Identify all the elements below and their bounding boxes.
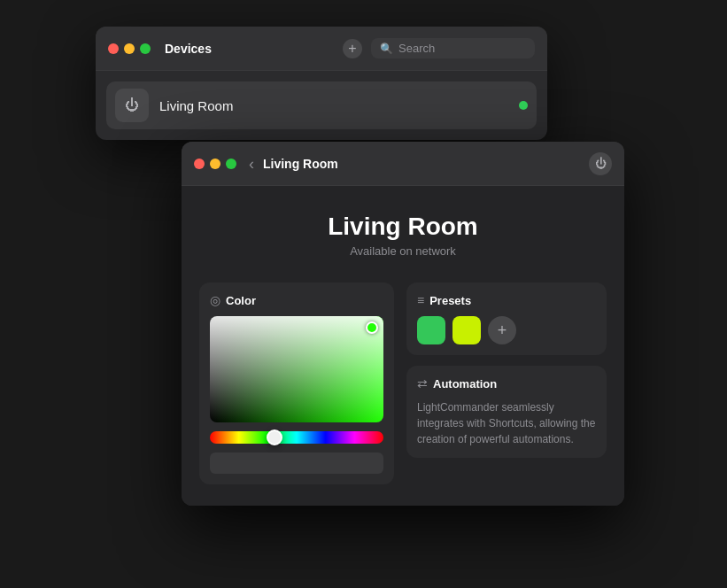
list-item: ⏻ Living Room (106, 81, 537, 129)
color-cursor[interactable] (366, 321, 378, 334)
hex-input[interactable]: #22FF06 (210, 453, 383, 474)
devices-titlebar: Devices + 🔍 (96, 27, 547, 71)
search-input[interactable] (398, 42, 526, 55)
room-titlebar: ‹ Living Room ⏻ (182, 142, 624, 186)
presets-icon: ≡ (417, 293, 424, 307)
automation-description: LightCommander seamlessly integrates wit… (417, 399, 596, 447)
color-gradient-overlay (210, 316, 383, 422)
room-hero-title: Living Room (199, 213, 607, 241)
room-minimize-button[interactable] (210, 159, 220, 169)
maximize-button[interactable] (140, 43, 151, 54)
color-panel-title: Color (226, 294, 256, 307)
add-device-button[interactable]: + (343, 39, 362, 58)
room-power-button[interactable]: ⏻ (589, 152, 612, 175)
room-hero: Living Room Available on network (199, 213, 607, 258)
device-power-button[interactable]: ⏻ (115, 89, 149, 122)
automation-panel-title: Automation (433, 377, 497, 391)
room-power-icon: ⏻ (595, 157, 607, 170)
hue-thumb[interactable] (267, 429, 282, 445)
traffic-lights (108, 43, 151, 54)
preset-swatches: + (417, 316, 596, 344)
search-bar[interactable]: 🔍 (371, 38, 535, 58)
preset-swatch-lime[interactable] (452, 316, 481, 344)
preset-add-button[interactable]: + (488, 316, 516, 344)
presets-panel-header: ≡ Presets (417, 293, 596, 307)
room-maximize-button[interactable] (226, 159, 236, 169)
search-icon: 🔍 (380, 43, 393, 55)
room-window-title: Living Room (263, 157, 580, 171)
hue-slider-track (210, 431, 383, 444)
right-panels: ≡ Presets + ⇄ Automation LightCom (406, 282, 607, 484)
power-icon: ⏻ (125, 97, 139, 113)
device-name: Living Room (159, 98, 508, 113)
minimize-button[interactable] (124, 43, 135, 54)
room-body: Living Room Available on network ◎ Color (182, 186, 624, 506)
automation-panel: ⇄ Automation LightCommander seamlessly i… (406, 366, 607, 458)
devices-body: ⏻ Living Room (96, 71, 547, 140)
automation-icon: ⇄ (417, 376, 428, 391)
room-window: ‹ Living Room ⏻ Living Room Available on… (182, 142, 624, 506)
status-badge (519, 101, 528, 110)
room-panels: ◎ Color #22FF06 ≡ (199, 282, 607, 484)
traffic-lights-room (194, 159, 236, 169)
devices-window: Devices + 🔍 ⏻ Living Room (96, 27, 547, 140)
color-panel: ◎ Color #22FF06 (199, 282, 394, 484)
hue-slider[interactable] (210, 431, 383, 444)
presets-panel: ≡ Presets + (406, 282, 607, 355)
room-hero-subtitle: Available on network (199, 244, 607, 258)
close-button[interactable] (108, 43, 119, 54)
color-icon: ◎ (210, 293, 220, 307)
automation-panel-header: ⇄ Automation (417, 376, 596, 391)
back-button[interactable]: ‹ (249, 156, 254, 172)
room-close-button[interactable] (194, 159, 205, 169)
color-picker[interactable] (210, 316, 383, 422)
window-title: Devices (165, 42, 334, 56)
preset-swatch-green[interactable] (417, 316, 445, 344)
color-panel-header: ◎ Color (210, 293, 383, 307)
presets-panel-title: Presets (429, 294, 471, 307)
